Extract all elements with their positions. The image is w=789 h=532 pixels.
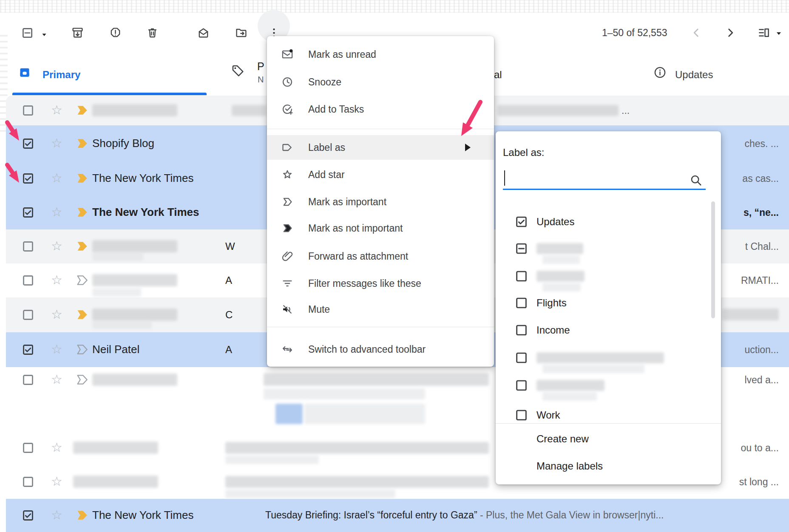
star-icon[interactable]: ☆ [51,240,62,252]
menu-item-label: Switch to advanced toolbar [308,344,426,355]
sender-name: The New York Times [92,172,193,185]
label-as-panel: Label as: UpdatesFlightsIncomeWork Creat… [496,131,721,484]
menu-item-forward-as-attachment[interactable]: Forward as attachment [267,244,494,269]
star-icon[interactable]: ☆ [51,343,62,356]
label-option[interactable] [496,377,721,394]
clock-icon [281,76,293,88]
importance-marker[interactable] [77,173,89,184]
importance-marker[interactable] [77,510,89,521]
label-checkbox[interactable] [515,216,528,228]
importance-marker[interactable] [77,344,89,355]
star-icon[interactable]: ☆ [51,373,62,386]
menu-item-label: Forward as attachment [308,251,408,262]
star-icon[interactable]: ☆ [51,509,62,521]
star-icon[interactable]: ☆ [51,206,62,218]
star-icon[interactable]: ☆ [51,475,62,488]
sender-name: The New York Times [92,509,193,522]
importance-marker[interactable] [77,275,89,286]
menu-item-add-to-tasks[interactable]: Add to Tasks [267,97,494,122]
redacted-text [92,321,152,329]
filter-icon [281,277,293,289]
redacted-text [264,388,425,399]
submenu-arrow-icon [465,144,471,151]
row-checkbox[interactable] [22,241,34,252]
task-add-icon [281,103,293,115]
attach-icon [281,250,293,262]
row-checkbox[interactable] [22,476,34,488]
menu-item-mark-as-important[interactable]: Mark as important [267,190,494,214]
label-option[interactable] [496,268,721,285]
row-checkbox[interactable] [22,173,34,184]
mail-unread-icon [281,48,293,60]
gmail-window: 1–50 of 52,553 PrimaryPNalUpdates ☆...☆S… [0,0,789,532]
menu-item-switch-to-advanced-toolbar[interactable]: Switch to advanced toolbar [267,337,494,362]
label-checkbox[interactable] [515,409,528,422]
redacted-snippet [497,105,619,116]
row-checkbox[interactable] [22,374,34,386]
menu-item-label: Filter messages like these [308,278,421,289]
menu-item-label: Snooze [308,76,341,88]
label-option[interactable] [496,240,721,257]
menu-item-label: Mark as not important [308,223,403,234]
menu-item-snooze[interactable]: Snooze [267,70,494,94]
menu-item-label: Add star [308,169,345,181]
search-icon [690,174,702,187]
snippet-fragment: lved a... [744,374,779,386]
importance-marker[interactable] [77,105,89,116]
importance-marker[interactable] [77,241,89,252]
snippet-fragment: ches. ... [744,138,779,150]
menu-item-mark-as-unread[interactable]: Mark as unread [267,42,494,67]
redacted-sender [73,475,158,488]
create-new-label-button[interactable]: Create new [536,433,589,445]
label-option-income[interactable]: Income [496,322,721,339]
row-checkbox[interactable] [22,207,34,218]
label-search-input[interactable] [503,189,706,190]
label-option-work[interactable]: Work [496,407,721,424]
sender-name: Neil Patel [92,343,139,356]
label-option[interactable] [496,349,721,366]
more-options-menu: Mark as unreadSnoozeAdd to TasksLabel as… [267,36,494,367]
label-name: Work [536,409,560,421]
importance-marker[interactable] [77,309,89,320]
importance-marker[interactable] [77,207,89,218]
row-checkbox[interactable] [22,105,34,116]
star-icon[interactable]: ☆ [51,274,62,286]
label-name: Flights [536,297,567,309]
label-checkbox[interactable] [515,324,528,337]
label-checkbox[interactable] [515,243,528,255]
subject-fragment: A [225,274,232,286]
star-icon[interactable]: ☆ [51,137,62,150]
mute-icon [281,303,293,315]
menu-divider [267,129,494,129]
row-checkbox[interactable] [22,274,34,286]
label-name: Income [536,324,570,336]
email-row[interactable]: ☆The New York TimesTuesday Briefing: Isr… [6,499,789,532]
menu-item-label-as[interactable]: Label as [267,135,494,160]
search-text-caret [504,170,505,186]
star-icon[interactable]: ☆ [51,104,62,116]
importance-marker[interactable] [77,374,89,385]
menu-item-filter-messages-like-these[interactable]: Filter messages like these [267,271,494,296]
star-icon[interactable]: ☆ [51,308,62,321]
manage-labels-button[interactable]: Manage labels [536,460,603,472]
menu-item-mute[interactable]: Mute [267,297,494,322]
label-option-updates[interactable]: Updates [496,213,721,230]
importance-marker[interactable] [77,138,89,149]
row-checkbox[interactable] [22,138,34,150]
label-checkbox[interactable] [515,352,528,364]
row-checkbox[interactable] [22,309,34,321]
label-option-flights[interactable]: Flights [496,294,721,311]
label-checkbox[interactable] [515,379,528,392]
snippet-fragment: RMATI... [741,275,779,286]
row-checkbox[interactable] [22,509,34,521]
star-icon[interactable]: ☆ [51,172,62,184]
menu-item-mark-as-not-important[interactable]: Mark as not important [267,216,494,241]
label-checkbox[interactable] [515,297,528,309]
row-checkbox[interactable] [22,344,34,356]
label-checkbox[interactable] [515,270,528,283]
subject-fragment: W [225,241,235,252]
row-checkbox[interactable] [22,442,34,454]
menu-item-add-star[interactable]: Add star [267,162,494,187]
star-icon[interactable]: ☆ [51,441,62,454]
snippet-ellipsis: ... [622,105,630,116]
